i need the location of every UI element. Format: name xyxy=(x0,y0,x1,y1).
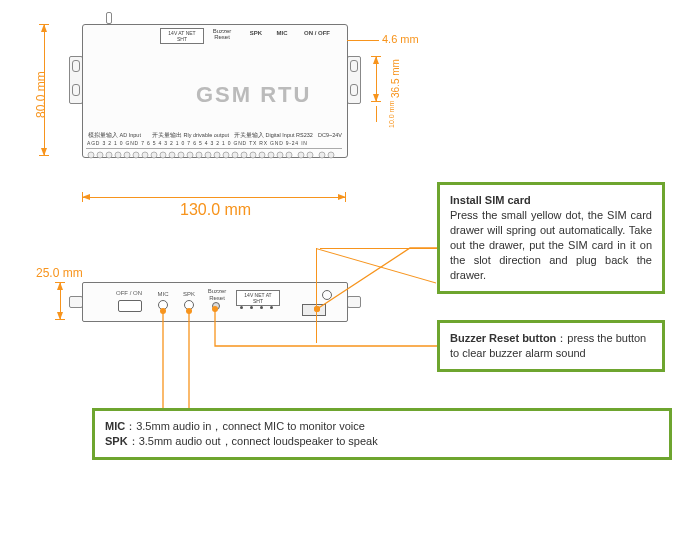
svg-point-7 xyxy=(151,152,157,158)
dim-bracket-small: 10.0 mm xyxy=(388,101,395,128)
callout-audio: MIC：3.5mm audio in，connect MIC to monito… xyxy=(92,408,672,460)
svg-point-3 xyxy=(115,152,121,158)
callout-sim: Install SIM card Press the small yellow … xyxy=(437,182,665,294)
svg-point-8 xyxy=(160,152,166,158)
spk-jack[interactable] xyxy=(184,300,194,310)
callout-spk-body: ：3.5mm audio out，connect loudspeaker to … xyxy=(128,435,378,447)
dim-front-h: 25.0 mm xyxy=(36,266,83,280)
svg-point-1 xyxy=(97,152,103,158)
front-mic-label: MIC xyxy=(153,291,173,297)
buzzer-reset-label: Buzzer Reset xyxy=(208,28,236,40)
rs232-title: RS232 xyxy=(296,132,313,138)
front-led-block: 14V NET AT SHT xyxy=(236,290,280,306)
buzzer-reset-button[interactable] xyxy=(212,302,220,310)
dim-height: 80.0 mm xyxy=(34,71,48,118)
onoff-label-top: ON / OFF xyxy=(298,30,336,36)
digital-input-title: 开关量输入 Digital Input xyxy=(234,132,295,139)
spk-label-top: SPK xyxy=(246,30,266,36)
onoff-switch[interactable] xyxy=(118,300,142,312)
callout-mic-title: MIC xyxy=(105,420,125,432)
sim-eject-hole[interactable] xyxy=(322,290,332,300)
svg-point-20 xyxy=(268,152,274,158)
callout-buzzer: Buzzer Reset button：press the button to … xyxy=(437,320,665,372)
callout-mic-body: ：3.5mm audio in，connect MIC to monitor v… xyxy=(125,420,365,432)
mic-jack[interactable] xyxy=(158,300,168,310)
svg-point-13 xyxy=(205,152,211,158)
svg-point-9 xyxy=(169,152,175,158)
svg-point-21 xyxy=(277,152,283,158)
svg-point-4 xyxy=(124,152,130,158)
svg-point-14 xyxy=(214,152,220,158)
svg-point-11 xyxy=(187,152,193,158)
svg-point-23 xyxy=(298,152,304,158)
svg-point-24 xyxy=(307,152,313,158)
device-logo: GSM RTU xyxy=(196,82,311,108)
svg-point-10 xyxy=(178,152,184,158)
svg-point-15 xyxy=(223,152,229,158)
callout-sim-title: Install SIM card xyxy=(450,194,531,206)
callout-buzzer-title: Buzzer Reset button xyxy=(450,332,556,344)
terminal-labels: AGD 3 2 1 0 GND 7 6 5 4 3 2 1 0 7 6 5 4 … xyxy=(87,140,308,146)
callout-spk-title: SPK xyxy=(105,435,128,447)
svg-point-5 xyxy=(133,152,139,158)
power-title: DC9~24V xyxy=(318,132,342,138)
svg-point-18 xyxy=(250,152,256,158)
svg-point-12 xyxy=(196,152,202,158)
power-led-block: 14V AT NET SHT xyxy=(160,28,204,44)
svg-point-6 xyxy=(142,152,148,158)
relay-output-title: 开关量输出 Rly drivable output xyxy=(152,132,229,139)
front-buzzer-label: Buzzer Reset xyxy=(204,288,230,302)
front-spk-label: SPK xyxy=(179,291,199,297)
callout-sim-body: Press the small yellow dot, the SIM card… xyxy=(450,208,652,283)
svg-point-0 xyxy=(88,152,94,158)
svg-point-26 xyxy=(328,152,334,158)
mic-label-top: MIC xyxy=(272,30,292,36)
svg-point-19 xyxy=(259,152,265,158)
svg-point-25 xyxy=(319,152,325,158)
svg-point-2 xyxy=(106,152,112,158)
dim-bracket-h: 36.5 mm xyxy=(390,59,401,98)
svg-point-16 xyxy=(232,152,238,158)
dim-bracket-clear: 4.6 mm xyxy=(382,33,419,45)
svg-point-17 xyxy=(241,152,247,158)
dim-width: 130.0 mm xyxy=(180,201,251,219)
front-onoff-label: OFF / ON xyxy=(112,290,146,296)
svg-point-22 xyxy=(286,152,292,158)
ad-input-title: 模拟量输入 AD Input xyxy=(88,132,141,139)
